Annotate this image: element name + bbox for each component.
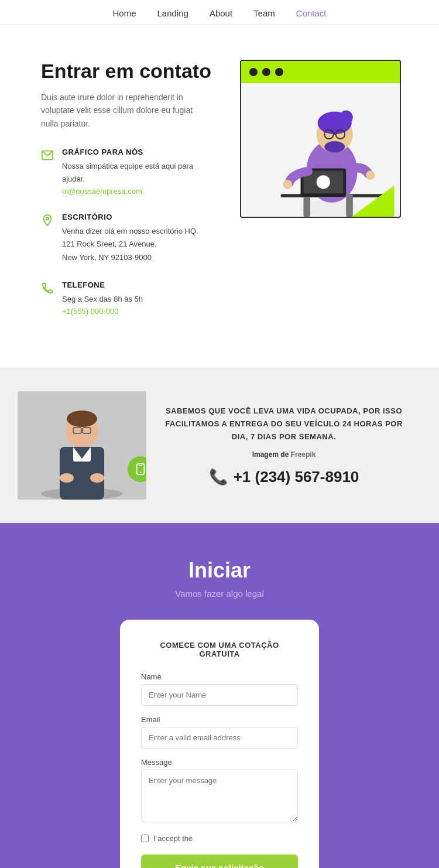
email-description: Nossa simpática equipe está aqui para aj… (62, 160, 217, 186)
email-label: Email (141, 715, 298, 724)
email-link[interactable]: oi@nossaempresa.com (62, 187, 142, 196)
browser-dot-1 (249, 68, 258, 76)
svg-point-1 (46, 217, 49, 220)
browser-dot-2 (262, 68, 270, 76)
contact-info: Entrar em contato Duis aute irure dolor … (41, 60, 217, 333)
checkbox-row: I accept the (141, 834, 298, 843)
name-input[interactable] (141, 684, 298, 706)
svg-point-19 (283, 180, 292, 189)
phone-link[interactable]: +1(555) 000-000 (62, 307, 119, 316)
email-input[interactable] (141, 727, 298, 749)
phone-hours: Seg a Sex das 8h às 5h (62, 293, 143, 306)
person-illustration (241, 83, 400, 217)
accept-checkbox[interactable] (141, 835, 149, 842)
svg-point-35 (140, 471, 142, 473)
checkbox-label: I accept the (153, 834, 193, 843)
nav-contact[interactable]: Contact (296, 8, 327, 18)
svg-rect-36 (139, 465, 142, 466)
browser-dot-3 (275, 68, 283, 76)
banner-image-credit: Imagem de Freepik (164, 450, 404, 459)
svg-point-26 (67, 411, 97, 427)
svg-rect-7 (346, 194, 353, 217)
cta-subheading: Vamos fazer algo legal (18, 589, 421, 599)
contact-illustration (240, 60, 404, 333)
nav-about[interactable]: About (210, 8, 232, 18)
message-textarea[interactable] (141, 770, 298, 822)
person-svg (18, 391, 146, 500)
contact-form-card: COMECE COM UMA COTAÇÃO GRATUITA Name Ema… (120, 620, 319, 868)
svg-point-12 (324, 141, 345, 152)
email-title: GRÁFICO PARA NÓS (62, 148, 217, 156)
location-icon (41, 214, 54, 227)
banner-tagline: SABEMOS QUE VOCÊ LEVA UMA VIDA OCUPADA, … (164, 405, 404, 443)
svg-point-30 (90, 473, 104, 483)
message-label: Message (141, 758, 298, 767)
nav-home[interactable]: Home (113, 8, 136, 18)
phone-icon (41, 282, 54, 295)
contact-subtitle: Duis aute irure dolor in reprehenderit i… (41, 91, 211, 130)
banner-section: SABEMOS QUE VOCÊ LEVA UMA VIDA OCUPADA, … (0, 368, 439, 523)
contact-phone-item: TELEFONE Seg a Sex das 8h às 5h +1(555) … (41, 281, 217, 316)
banner-phone-number: 📞 +1 (234) 567-8910 (164, 468, 404, 486)
office-address1: Venha dizer olá em nosso escritório HQ. (62, 225, 198, 238)
office-title: ESCRITÓRIO (62, 213, 198, 221)
nav-landing[interactable]: Landing (157, 8, 188, 18)
svg-point-20 (366, 170, 375, 180)
banner-text: SABEMOS QUE VOCÊ LEVA UMA VIDA OCUPADA, … (146, 393, 421, 498)
nav-team[interactable]: Team (253, 8, 275, 18)
name-field-group: Name (141, 672, 298, 706)
browser-illustration (240, 60, 401, 218)
svg-point-11 (339, 111, 353, 124)
contact-office-item: ESCRITÓRIO Venha dizer olá em nosso escr… (41, 213, 217, 264)
email-field-group: Email (141, 715, 298, 749)
svg-rect-6 (303, 194, 310, 217)
submit-button[interactable]: Envie sua solicitação (141, 855, 298, 868)
office-address3: New York, NY 92103-9000 (62, 251, 198, 264)
name-label: Name (141, 672, 298, 681)
cta-heading: Iniciar (18, 558, 421, 583)
contact-section: Entrar em contato Duis aute irure dolor … (0, 25, 439, 368)
phone-title: TELEFONE (62, 281, 143, 289)
cta-section: Iniciar Vamos fazer algo legal COMECE CO… (0, 523, 439, 868)
message-field-group: Message (141, 758, 298, 825)
navigation: Home Landing About Team Contact (0, 0, 439, 25)
form-title: COMECE COM UMA COTAÇÃO GRATUITA (141, 641, 298, 658)
email-icon (41, 149, 54, 162)
svg-point-18 (317, 175, 330, 189)
office-address2: 121 Rock Sreet, 21 Avenue, (62, 238, 198, 251)
contact-email-item: GRÁFICO PARA NÓS Nossa simpática equipe … (41, 148, 217, 196)
phone-badge-icon (134, 463, 146, 476)
svg-point-29 (60, 473, 74, 483)
banner-phone-icon: 📞 (209, 468, 228, 486)
banner-image (18, 391, 146, 500)
contact-heading: Entrar em contato (41, 60, 217, 83)
